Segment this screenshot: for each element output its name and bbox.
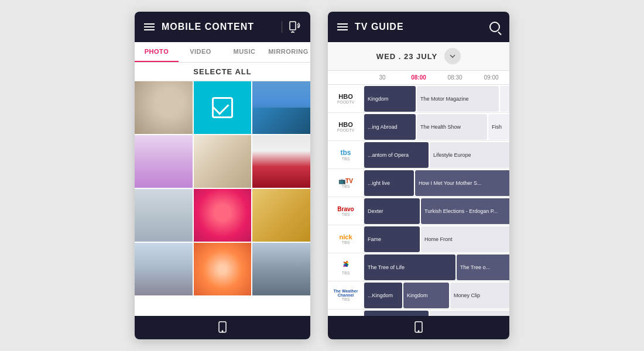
program-row-bravo: Bravo TBS Dexter Turkish Elections - Erd…	[328, 197, 509, 225]
channel-logo-tv: 📺TV	[338, 178, 353, 184]
time-slot-830: 08:30	[437, 73, 473, 82]
tv-hamburger-icon[interactable]	[337, 23, 348, 30]
channel-logo-hbo2: HBO	[338, 121, 352, 128]
channel-bravo: Bravo TBS	[328, 197, 364, 225]
programs-weather: ...Kingdom Kingdom Money Clip	[364, 281, 509, 309]
time-slot-900: 09:00	[473, 73, 509, 82]
date-label: WED . 23 JULY	[376, 52, 437, 61]
channel-logo-tbs1: tbs	[341, 149, 351, 157]
tv-header: TV GUIDE	[328, 12, 509, 42]
program-row-ch5: 5 ...antom of Opera Lifestyle Europe	[328, 309, 509, 316]
program-row-hbo1: HBO FOODTV Kingdom The Motor Magazine	[328, 85, 509, 113]
tv-title: TV GUIDE	[355, 22, 482, 32]
channel-logo-bravo: Bravo	[337, 206, 354, 212]
channel-sub-tv: TBS	[342, 184, 350, 188]
mobile-content-phone: MOBILE CONTENT PHOTO VIDEO MUSIC MIRRORI…	[135, 12, 310, 339]
photo-cell-9[interactable]	[252, 189, 310, 242]
program-tree-of-life[interactable]: The Tree of Life	[364, 254, 455, 280]
program-night-live[interactable]: ...ight live	[364, 170, 414, 196]
chevron-down-icon	[450, 54, 455, 58]
select-all-label: SELECTE ALL	[193, 67, 251, 76]
photo-cell-1[interactable]	[135, 81, 193, 134]
channel-tv-tbs: 📺TV TBS	[328, 169, 364, 197]
app-container: MOBILE CONTENT PHOTO VIDEO MUSIC MIRRORI…	[135, 12, 509, 339]
channel-sub-tbs1: TBS	[342, 157, 350, 161]
time-slots: 30 08:00 08:30 09:00	[364, 73, 509, 82]
mobile-bottom-bar	[135, 316, 310, 339]
svg-rect-0	[290, 22, 296, 30]
channel-nbc: TBS	[328, 253, 364, 281]
program-lifestyle-europe2[interactable]: Lifestyle Europe	[430, 311, 509, 316]
tab-mirroring[interactable]: MIRRORING	[266, 42, 310, 62]
channel-sub-nick: TBS	[342, 240, 350, 245]
program-health-show[interactable]: The Health Show	[417, 114, 487, 140]
tab-video[interactable]: VIDEO	[179, 42, 222, 62]
program-tree-of-life2[interactable]: The Tree o...	[457, 254, 509, 280]
program-phantom-opera2[interactable]: ...antom of Opera	[364, 311, 429, 316]
tv-guide-phone: TV GUIDE WED . 23 JULY 30 08:00 08:30 09…	[328, 12, 509, 339]
programs-container: HBO FOODTV Kingdom The Motor Magazine HB…	[328, 85, 509, 316]
tv-home-icon	[413, 321, 424, 334]
program-row-nbc: TBS The Tree of Life The Tree o...	[328, 253, 509, 281]
channel-sub-hbo2: FOODTV	[337, 128, 354, 132]
channel-sub-weather: TBS	[342, 297, 350, 301]
channel-sub-nbc: TBS	[342, 271, 350, 275]
photo-grid	[135, 81, 310, 316]
header-icons	[282, 20, 301, 33]
date-chevron-down[interactable]	[444, 48, 461, 64]
program-fame[interactable]: Fame	[364, 226, 420, 252]
photo-cell-11[interactable]	[194, 243, 252, 295]
divider	[282, 21, 282, 33]
device-signal-icon	[287, 20, 301, 33]
program-phantom-opera1[interactable]: ...antom of Opera	[364, 142, 429, 168]
program-dexter[interactable]: Dexter	[364, 198, 420, 224]
programs-nbc: The Tree of Life The Tree o...	[364, 253, 509, 281]
photo-cell-3[interactable]	[252, 81, 310, 134]
photo-cell-10[interactable]	[135, 243, 193, 295]
channel-col-header	[328, 73, 364, 82]
program-kingdom[interactable]: Kingdom	[364, 86, 416, 112]
program-blank1[interactable]	[500, 86, 509, 112]
program-fish[interactable]: Fish	[488, 114, 509, 140]
programs-bravo: Dexter Turkish Elections - Erdogan P...	[364, 197, 509, 225]
time-row: 30 08:00 08:30 09:00	[328, 71, 509, 85]
channel-sub-hbo1: FOODTV	[337, 100, 354, 104]
mobile-header: MOBILE CONTENT	[135, 12, 310, 42]
program-abroad[interactable]: ...ing Abroad	[364, 114, 416, 140]
photo-cell-6[interactable]	[252, 135, 310, 188]
hamburger-menu-icon[interactable]	[144, 23, 155, 30]
tab-photo[interactable]: PHOTO	[135, 42, 179, 62]
program-row-hbo2: HBO FOODTV ...ing Abroad The Health Show…	[328, 113, 509, 141]
program-row-tv-tbs: 📺TV TBS ...ight live How I Met Your Moth…	[328, 169, 509, 197]
programs-tbs1: ...antom of Opera Lifestyle Europe	[364, 141, 509, 168]
photo-cell-4[interactable]	[135, 135, 193, 188]
program-kingdom3[interactable]: Kingdom	[403, 283, 449, 308]
program-turkish[interactable]: Turkish Elections - Erdogan P...	[421, 198, 509, 224]
program-row-nick: nick TBS Fame Home Front	[328, 225, 509, 253]
programs-nick: Fame Home Front	[364, 225, 509, 253]
photo-cell-2-selected[interactable]	[194, 81, 252, 134]
svg-point-4	[222, 331, 224, 332]
programs-hbo1: Kingdom The Motor Magazine	[364, 85, 509, 112]
channel-hbo2: HBO FOODTV	[328, 113, 364, 140]
tab-music[interactable]: MUSIC	[222, 42, 266, 62]
program-how-met[interactable]: How I Met Your Mother S...	[415, 170, 509, 196]
select-all-bar[interactable]: SELECTE ALL	[135, 63, 310, 81]
program-kingdom2[interactable]: ...Kingdom	[364, 283, 402, 308]
photo-cell-8[interactable]	[194, 189, 252, 242]
mobile-home-icon	[217, 321, 228, 334]
photo-cell-12[interactable]	[252, 243, 310, 295]
channel-nick: nick TBS	[328, 225, 364, 253]
programs-tv-tbs: ...ight live How I Met Your Mother S...	[364, 169, 509, 197]
program-home-front[interactable]: Home Front	[421, 226, 509, 252]
photo-cell-5[interactable]	[194, 135, 252, 188]
tv-bottom-bar	[328, 316, 509, 339]
channel-logo-nick: nick	[339, 233, 352, 240]
program-lifestyle-europe1[interactable]: Lifestyle Europe	[430, 142, 509, 168]
program-row-tbs1: tbs TBS ...antom of Opera Lifestyle Euro…	[328, 141, 509, 169]
photo-cell-7[interactable]	[135, 189, 193, 242]
date-bar: WED . 23 JULY	[328, 42, 509, 71]
program-motor-magazine[interactable]: The Motor Magazine	[417, 86, 499, 112]
program-money-clip[interactable]: Money Clip	[450, 283, 509, 308]
search-icon[interactable]	[489, 22, 500, 32]
